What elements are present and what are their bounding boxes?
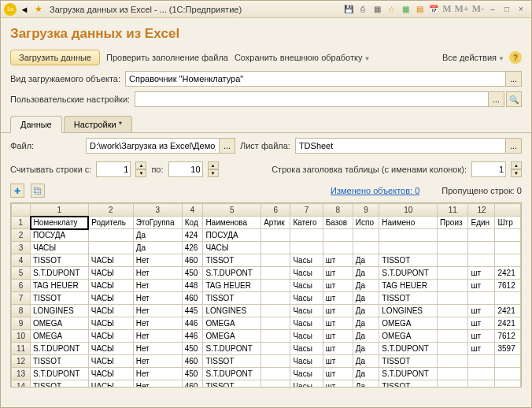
data-cell[interactable]: шт xyxy=(323,355,353,368)
data-cell[interactable]: LONGINES xyxy=(31,305,89,317)
rownum[interactable]: 3 xyxy=(12,242,31,254)
data-cell[interactable]: LONGINES xyxy=(203,305,261,317)
data-cell[interactable] xyxy=(261,267,290,280)
rownum[interactable]: 1 xyxy=(12,217,31,229)
data-cell[interactable]: 7612 xyxy=(495,330,521,343)
nav-back-icon[interactable]: ◄ xyxy=(18,3,31,16)
data-cell[interactable]: шт xyxy=(323,267,353,280)
data-cell[interactable] xyxy=(353,242,379,254)
rownum[interactable]: 2 xyxy=(12,229,31,242)
user-settings-select-button[interactable]: ... xyxy=(489,91,504,107)
data-cell[interactable]: ЧАСЫ xyxy=(88,280,133,292)
header-cell[interactable]: Артик xyxy=(261,217,290,229)
data-cell[interactable] xyxy=(379,229,438,242)
data-cell[interactable]: шт xyxy=(323,317,353,330)
data-cell[interactable] xyxy=(495,242,521,254)
data-cell[interactable] xyxy=(468,355,495,368)
data-cell[interactable]: ЧАСЫ xyxy=(88,343,133,355)
col-header[interactable]: 6 xyxy=(261,204,290,217)
data-cell[interactable]: 448 xyxy=(182,280,203,292)
data-cell[interactable] xyxy=(438,292,468,305)
data-cell[interactable]: OMEGA xyxy=(31,317,89,330)
m-button[interactable]: M xyxy=(441,3,453,15)
tab-settings[interactable]: Настройки * xyxy=(64,116,132,132)
data-cell[interactable]: Нет xyxy=(133,317,182,330)
col-header[interactable]: 10 xyxy=(379,204,438,217)
header-cell[interactable]: Базов xyxy=(323,217,353,229)
col-header[interactable]: 3 xyxy=(133,204,182,217)
data-cell[interactable]: Нет xyxy=(133,292,182,305)
header-cell[interactable]: Наименова xyxy=(203,217,261,229)
data-cell[interactable]: 460 xyxy=(182,292,203,305)
star-icon[interactable]: ★ xyxy=(32,3,45,16)
data-cell[interactable]: ПОСУДА xyxy=(203,229,261,242)
col-header[interactable]: 11 xyxy=(438,204,468,217)
data-cell[interactable] xyxy=(438,229,468,242)
data-cell[interactable]: Нет xyxy=(133,280,182,292)
data-cell[interactable]: Да xyxy=(353,380,379,388)
data-cell[interactable]: 446 xyxy=(182,330,203,343)
data-cell[interactable] xyxy=(379,242,438,254)
from-up-button[interactable]: ▲ xyxy=(135,161,146,169)
data-cell[interactable]: Часы xyxy=(290,254,323,267)
data-cell[interactable]: ЧАСЫ xyxy=(88,355,133,368)
data-cell[interactable]: ЧАСЫ xyxy=(88,330,133,343)
header-cell[interactable]: ЭтоГруппа xyxy=(133,217,182,229)
to-up-button[interactable]: ▲ xyxy=(208,161,219,169)
data-cell[interactable]: Да xyxy=(353,292,379,305)
data-cell[interactable] xyxy=(261,317,290,330)
data-cell[interactable]: шт xyxy=(323,368,353,380)
rownum[interactable]: 7 xyxy=(12,292,31,305)
data-cell[interactable]: 426 xyxy=(182,242,203,254)
data-cell[interactable] xyxy=(261,343,290,355)
data-cell[interactable] xyxy=(290,242,323,254)
data-cell[interactable] xyxy=(261,280,290,292)
data-cell[interactable]: Часы xyxy=(290,305,323,317)
data-grid-wrap[interactable]: 1234567891011121НоменклатуРодительЭтоГру… xyxy=(10,202,522,388)
data-cell[interactable]: 446 xyxy=(182,317,203,330)
data-cell[interactable] xyxy=(495,292,521,305)
data-cell[interactable]: S.T.DUPONT xyxy=(31,368,89,380)
save-processing-link[interactable]: Сохранить внешнюю обработку▼ xyxy=(235,53,370,62)
data-cell[interactable]: Часы xyxy=(290,380,323,388)
data-cell[interactable]: шт xyxy=(468,317,495,330)
data-cell[interactable]: шт xyxy=(323,330,353,343)
data-cell[interactable]: шт xyxy=(323,292,353,305)
header-cell[interactable]: Един xyxy=(468,217,495,229)
data-cell[interactable]: шт xyxy=(323,343,353,355)
rownum[interactable]: 5 xyxy=(12,267,31,280)
header-cell[interactable]: Штр xyxy=(495,217,521,229)
data-cell[interactable]: ЧАСЫ xyxy=(88,305,133,317)
data-cell[interactable]: LONGINES xyxy=(379,305,438,317)
header-cell[interactable]: Испо xyxy=(353,217,379,229)
data-cell[interactable]: TISSOT xyxy=(379,380,438,388)
data-cell[interactable]: ЧАСЫ xyxy=(88,267,133,280)
data-cell[interactable]: TISSOT xyxy=(379,292,438,305)
header-cell[interactable]: Номенклату xyxy=(31,217,89,229)
user-settings-search-button[interactable]: 🔍 xyxy=(506,91,522,107)
data-cell[interactable]: Нет xyxy=(133,380,182,388)
header-down-button[interactable]: ▼ xyxy=(511,169,522,177)
data-cell[interactable]: Часы xyxy=(290,317,323,330)
from-down-button[interactable]: ▼ xyxy=(135,169,146,177)
data-cell[interactable]: шт xyxy=(468,343,495,355)
data-cell[interactable] xyxy=(438,317,468,330)
data-cell[interactable] xyxy=(261,254,290,267)
header-cell[interactable]: Наимено xyxy=(379,217,438,229)
data-cell[interactable]: 2421 xyxy=(495,305,521,317)
header-cell[interactable]: Код xyxy=(182,217,203,229)
data-cell[interactable] xyxy=(261,229,290,242)
to-down-button[interactable]: ▼ xyxy=(208,169,219,177)
data-cell[interactable] xyxy=(495,380,521,388)
data-cell[interactable] xyxy=(438,242,468,254)
load-data-button[interactable]: Загрузить данные xyxy=(10,50,100,65)
data-cell[interactable] xyxy=(468,368,495,380)
rownum[interactable]: 9 xyxy=(12,317,31,330)
data-cell[interactable] xyxy=(468,380,495,388)
data-cell[interactable]: 3597 xyxy=(495,343,521,355)
data-cell[interactable]: 2421 xyxy=(495,267,521,280)
data-cell[interactable]: Нет xyxy=(133,343,182,355)
col-header[interactable]: 7 xyxy=(290,204,323,217)
col-header[interactable]: 1 xyxy=(31,204,89,217)
data-cell[interactable]: Нет xyxy=(133,330,182,343)
